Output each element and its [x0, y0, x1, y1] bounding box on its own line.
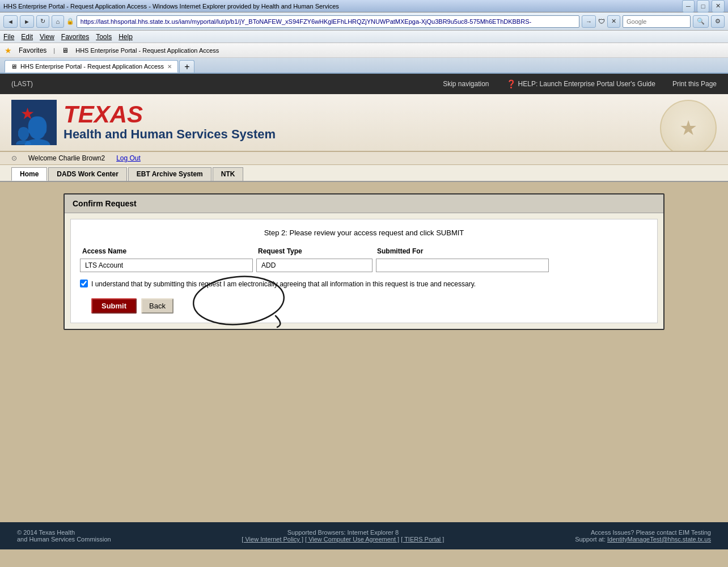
titlebar-text: HHS Enterprise Portal - Request Applicat… [3, 3, 339, 10]
logo-subtitle-text: Health and Human Services System [64, 126, 276, 143]
tools-icon[interactable]: ⚙ [711, 15, 725, 28]
footer-support: Support at: IdentityManageTest@hhsc.stat… [575, 536, 711, 543]
menu-help[interactable]: Help [118, 33, 133, 41]
help-link[interactable]: ❓ HELP: Launch Enterprise Portal User's … [506, 79, 655, 88]
search-input[interactable] [623, 15, 691, 28]
menu-favorites[interactable]: Favorites [61, 33, 89, 41]
logo-texas-text: TEXAS [64, 103, 276, 126]
tab-icon: 🖥 [11, 63, 17, 70]
back-button[interactable]: ◄ [3, 15, 18, 28]
footer-center: Supported Browsers: Internet Explorer 8 … [242, 529, 444, 543]
user-bar: ⊙ Welcome Charlie Brown2 Log Out [0, 152, 728, 165]
navigation-tabs: Home DADS Work Center EBT Archive System… [0, 165, 728, 182]
print-link[interactable]: Print this Page [672, 80, 717, 88]
step-text: Step 2: Please review your access reques… [80, 229, 648, 237]
tiers-portal-link[interactable]: [ TIERS Portal ] [401, 536, 444, 543]
footer-links: [ View Internet Policy ] [ View Computer… [242, 536, 444, 543]
minimize-button[interactable]: ─ [682, 0, 695, 12]
stop-button[interactable]: ✕ [607, 15, 620, 28]
main-content: Confirm Request Step 2: Please review yo… [0, 182, 728, 522]
welcome-text: Welcome Charlie Brown2 [28, 154, 105, 162]
menu-bar: File Edit View Favorites Tools Help [0, 31, 728, 43]
menu-tools[interactable]: Tools [96, 33, 112, 41]
support-email-link[interactable]: IdentityManageTest@hhsc.state.tx.us [607, 536, 711, 543]
panel-body: Step 2: Please review your access reques… [70, 219, 658, 323]
help-label: HELP: Launch Enterprise Portal User's Gu… [518, 80, 655, 88]
logo-area: ★ 👤 👤 TEXAS Health and Human Services Sy… [11, 100, 276, 145]
favorites-tab1-icon: 🖥 [62, 46, 69, 54]
table-data-row: LTS Account ADD [80, 259, 648, 272]
agreement-row: I understand that by submitting this req… [80, 279, 648, 289]
col-header-submitted: Submitted For [375, 246, 551, 256]
confirm-request-panel: Confirm Request Step 2: Please review yo… [64, 193, 664, 330]
home-button[interactable]: ⌂ [52, 15, 64, 28]
close-button[interactable]: ✕ [712, 0, 725, 12]
footer-right: Access Issues? Please contact EIM Testin… [575, 529, 711, 543]
maximize-button[interactable]: □ [697, 0, 709, 12]
silhouette2-icon: 👤 [14, 126, 33, 145]
menu-file[interactable]: File [3, 33, 14, 41]
cert-icon: 🛡 [598, 18, 605, 26]
annotation-container: I understand that by submitting this req… [80, 279, 648, 289]
logo-text-area: TEXAS Health and Human Services System [64, 103, 276, 143]
skip-navigation-link[interactable]: Skip navigation [443, 80, 489, 88]
access-name-value: LTS Account [80, 259, 253, 272]
top-navigation: (LAST) Skip navigation ❓ HELP: Launch En… [0, 74, 728, 94]
seal-area: ★ [660, 100, 717, 152]
table-header-row: Access Name Request Type Submitted For [80, 246, 648, 256]
submitted-for-value [376, 259, 549, 272]
tab-ntk[interactable]: NTK [213, 167, 244, 181]
view-computer-use-link[interactable]: [ View Computer Use Agreement ] [305, 536, 399, 543]
top-nav-center: Skip navigation ❓ HELP: Launch Enterpris… [443, 79, 717, 88]
address-bar[interactable] [77, 15, 579, 28]
col-header-access: Access Name [80, 246, 256, 256]
tab-bar: 🖥 HHS Enterprise Portal - Request Applic… [0, 58, 728, 74]
header-banner: ★ 👤 👤 TEXAS Health and Human Services Sy… [0, 94, 728, 152]
footer-copyright2: and Human Services Commission [17, 536, 111, 543]
tab-label: HHS Enterprise Portal - Request Applicat… [20, 63, 164, 70]
agreement-checkbox[interactable] [80, 280, 88, 287]
logo-box: ★ 👤 👤 [11, 100, 57, 145]
lock-icon: 🔒 [66, 18, 74, 25]
back-button[interactable]: Back [141, 298, 173, 314]
favorites-label: Favorites [19, 46, 46, 54]
view-internet-policy-link[interactable]: [ View Internet Policy ] [242, 536, 303, 543]
favorites-star-icon: ★ [5, 46, 12, 55]
footer-supported: Supported Browsers: Internet Explorer 8 [242, 529, 444, 536]
texas-seal: ★ [660, 100, 717, 152]
refresh-button[interactable]: ↻ [36, 15, 49, 28]
footer-access-issues: Access Issues? Please contact EIM Testin… [575, 529, 711, 536]
favorites-tab1[interactable]: HHS Enterprise Portal - Request Applicat… [75, 47, 219, 54]
request-type-value: ADD [256, 259, 373, 272]
help-circle-icon: ❓ [506, 79, 516, 88]
favorites-bar: ★ Favorites | 🖥 HHS Enterprise Portal - … [0, 43, 728, 58]
seal-star-icon: ★ [679, 116, 697, 140]
tab-home[interactable]: Home [11, 167, 47, 181]
browser-titlebar: HHS Enterprise Portal - Request Applicat… [0, 0, 728, 12]
menu-view[interactable]: View [40, 33, 54, 41]
new-tab-button[interactable]: + [179, 60, 194, 73]
tab-ebt-archive[interactable]: EBT Archive System [128, 167, 211, 181]
footer-copyright1: © 2014 Texas Health [17, 529, 111, 536]
submit-button[interactable]: Submit [91, 298, 137, 314]
col-header-request: Request Type [256, 246, 375, 256]
agreement-text: I understand that by submitting this req… [91, 279, 648, 289]
button-row: Submit Back [91, 298, 648, 314]
browser-toolbar: ◄ ► ↻ ⌂ 🔒 → 🛡 ✕ 🔍 ⚙ [0, 12, 728, 31]
panel-header: Confirm Request [65, 194, 663, 213]
logout-link[interactable]: Log Out [116, 154, 141, 162]
user-last-name: (LAST) [11, 80, 33, 88]
browser-tab-active[interactable]: 🖥 HHS Enterprise Portal - Request Applic… [5, 60, 178, 73]
menu-edit[interactable]: Edit [21, 33, 33, 41]
footer-left: © 2014 Texas Health and Human Services C… [17, 529, 111, 543]
go-button[interactable]: → [582, 15, 596, 28]
footer: © 2014 Texas Health and Human Services C… [0, 522, 728, 549]
search-button[interactable]: 🔍 [693, 15, 709, 28]
tab-close-icon[interactable]: ✕ [167, 64, 172, 70]
forward-button[interactable]: ► [20, 15, 34, 28]
user-icon: ⊙ [11, 154, 17, 162]
tab-dads-work-center[interactable]: DADS Work Center [48, 167, 126, 181]
